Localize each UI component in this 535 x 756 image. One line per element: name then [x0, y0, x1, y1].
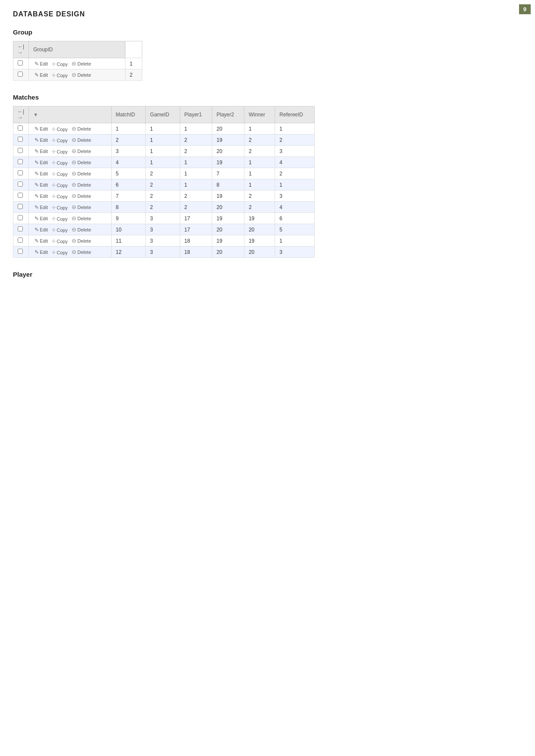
match-checkbox-2[interactable] — [18, 148, 23, 153]
match-id: 8 — [111, 202, 146, 213]
game-id: 2 — [146, 191, 180, 202]
match-checkbox-5[interactable] — [18, 181, 23, 187]
referee-id: 3 — [275, 191, 315, 202]
matches-col-matchid: MatchID — [111, 106, 146, 123]
edit-button[interactable]: ✎ Edit — [33, 249, 49, 256]
copy-button[interactable]: ⊹ Copy — [50, 238, 69, 244]
matches-col-filter[interactable]: ▼ — [29, 106, 111, 123]
match-checkbox-9[interactable] — [18, 226, 23, 231]
delete-button[interactable]: ⊖ Delete — [70, 248, 92, 256]
match-id: 9 — [111, 213, 146, 224]
matches-row-checkbox[interactable] — [13, 224, 29, 235]
copy-button[interactable]: ⊹ Copy — [50, 227, 69, 233]
player2: 20 — [212, 123, 244, 134]
copy-icon: ⊹ — [52, 137, 56, 143]
nav-arrows-matches[interactable]: ←|→ — [18, 109, 24, 121]
match-checkbox-0[interactable] — [18, 125, 23, 131]
edit-label: Edit — [40, 182, 48, 187]
copy-button[interactable]: ⊹ Copy — [50, 137, 69, 144]
delete-button[interactable]: ⊖ Delete — [70, 203, 92, 211]
delete-button[interactable]: ⊖ Delete — [70, 192, 92, 200]
copy-button[interactable]: ⊹ Copy — [50, 249, 69, 256]
delete-button[interactable]: ⊖ Delete — [70, 170, 92, 177]
group-checkbox-0[interactable] — [18, 60, 23, 66]
delete-button[interactable]: ⊖ Delete — [70, 181, 92, 188]
matches-row-checkbox[interactable] — [13, 247, 29, 258]
pencil-icon: ✎ — [34, 227, 39, 233]
copy-button[interactable]: ⊹ Copy — [50, 126, 69, 132]
edit-button[interactable]: ✎ Edit — [33, 159, 49, 166]
match-checkbox-6[interactable] — [18, 193, 23, 198]
matches-row-checkbox[interactable] — [13, 235, 29, 247]
edit-button[interactable]: ✎ Edit — [33, 148, 49, 155]
matches-row-actions: ✎ Edit ⊹ Copy ⊖ Delete — [29, 224, 111, 235]
copy-button[interactable]: ⊹ Copy — [50, 148, 69, 155]
edit-button[interactable]: ✎ Edit — [33, 181, 49, 188]
matches-row-checkbox[interactable] — [13, 123, 29, 134]
edit-button[interactable]: ✎ Edit — [33, 72, 49, 78]
player2: 7 — [212, 168, 244, 179]
match-checkbox-1[interactable] — [18, 137, 23, 142]
delete-button[interactable]: ⊖ Delete — [70, 125, 92, 132]
edit-button[interactable]: ✎ Edit — [33, 60, 49, 67]
delete-button[interactable]: ⊖ Delete — [70, 159, 92, 166]
referee-id: 4 — [275, 157, 315, 168]
edit-button[interactable]: ✎ Edit — [33, 204, 49, 211]
matches-row-actions: ✎ Edit ⊹ Copy ⊖ Delete — [29, 213, 111, 224]
edit-button[interactable]: ✎ Edit — [33, 237, 49, 244]
matches-row-actions: ✎ Edit ⊹ Copy ⊖ Delete — [29, 146, 111, 157]
matches-row-checkbox[interactable] — [13, 191, 29, 202]
delete-button[interactable]: ⊖ Delete — [70, 226, 92, 233]
copy-button[interactable]: ⊹ Copy — [50, 204, 69, 211]
copy-label: Copy — [56, 250, 68, 255]
matches-row-checkbox[interactable] — [13, 179, 29, 191]
matches-row-actions: ✎ Edit ⊹ Copy ⊖ Delete — [29, 235, 111, 247]
edit-button[interactable]: ✎ Edit — [33, 170, 49, 177]
copy-button[interactable]: ⊹ Copy — [50, 193, 69, 200]
match-checkbox-8[interactable] — [18, 215, 23, 220]
delete-button[interactable]: ⊖ Delete — [70, 60, 92, 67]
copy-label: Copy — [56, 160, 68, 166]
copy-button[interactable]: ⊹ Copy — [50, 216, 69, 222]
match-checkbox-11[interactable] — [18, 249, 23, 254]
match-checkbox-7[interactable] — [18, 204, 23, 209]
edit-button[interactable]: ✎ Edit — [33, 125, 49, 132]
copy-button[interactable]: ⊹ Copy — [50, 72, 69, 78]
delete-button[interactable]: ⊖ Delete — [70, 147, 92, 155]
group-section-title: Group — [13, 28, 522, 36]
matches-col-gameid: GameID — [146, 106, 180, 123]
edit-button[interactable]: ✎ Edit — [33, 193, 49, 200]
game-id: 1 — [146, 157, 180, 168]
edit-label: Edit — [40, 205, 48, 210]
edit-button[interactable]: ✎ Edit — [33, 226, 49, 233]
match-checkbox-10[interactable] — [18, 237, 23, 243]
copy-button[interactable]: ⊹ Copy — [50, 61, 69, 67]
match-checkbox-3[interactable] — [18, 159, 23, 164]
referee-id: 6 — [275, 213, 315, 224]
referee-id: 5 — [275, 224, 315, 235]
delete-label: Delete — [77, 227, 91, 232]
copy-button[interactable]: ⊹ Copy — [50, 171, 69, 177]
delete-button[interactable]: ⊖ Delete — [70, 136, 92, 144]
group-checkbox-1[interactable] — [18, 72, 23, 77]
nav-arrows-group[interactable]: ←|→ — [18, 44, 24, 56]
matches-table: ←|→ ▼ MatchID GameID Player1 Player2 Win… — [13, 106, 315, 258]
edit-button[interactable]: ✎ Edit — [33, 215, 49, 222]
delete-button[interactable]: ⊖ Delete — [70, 215, 92, 222]
matches-row-checkbox[interactable] — [13, 202, 29, 213]
delete-button[interactable]: ⊖ Delete — [70, 237, 92, 244]
copy-button[interactable]: ⊹ Copy — [50, 159, 69, 166]
matches-row-checkbox[interactable] — [13, 213, 29, 224]
group-row-checkbox[interactable] — [13, 58, 29, 69]
matches-row-checkbox[interactable] — [13, 157, 29, 168]
copy-button[interactable]: ⊹ Copy — [50, 182, 69, 188]
player1: 18 — [180, 247, 212, 258]
edit-button[interactable]: ✎ Edit — [33, 137, 49, 144]
match-checkbox-4[interactable] — [18, 170, 23, 175]
matches-row-checkbox[interactable] — [13, 134, 29, 146]
matches-row-checkbox[interactable] — [13, 146, 29, 157]
delete-button[interactable]: ⊖ Delete — [70, 71, 92, 78]
pencil-icon: ✎ — [34, 126, 39, 132]
group-row-checkbox[interactable] — [13, 69, 29, 81]
matches-row-checkbox[interactable] — [13, 168, 29, 179]
